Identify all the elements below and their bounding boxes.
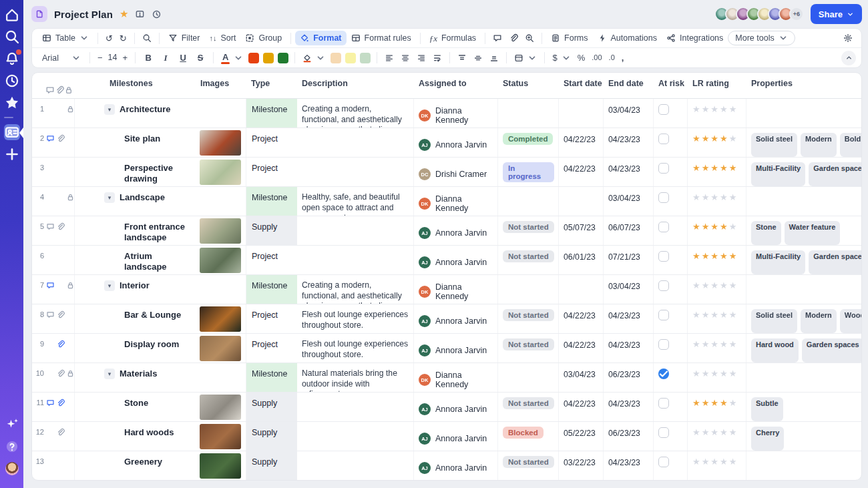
property-tag[interactable]: Garden spaces bbox=[802, 338, 862, 362]
comment-icon[interactable] bbox=[45, 222, 55, 231]
description-cell[interactable]: Flesh out lounge experiences throughout … bbox=[297, 334, 414, 362]
star-icon[interactable]: ★ bbox=[720, 163, 729, 173]
type-cell[interactable]: Supply bbox=[246, 393, 297, 421]
star-icon[interactable]: ★ bbox=[729, 310, 738, 320]
assignee-cell[interactable]: DKDianna Kennedy bbox=[414, 363, 498, 392]
milestone-name-cell[interactable]: Display room bbox=[75, 334, 196, 362]
sidebar-favorites-icon[interactable] bbox=[4, 95, 20, 111]
row-number[interactable]: 4 bbox=[35, 193, 44, 201]
milestone-name-cell[interactable]: ▾Architecture bbox=[75, 99, 196, 128]
row-image-bar-lounge-photo[interactable] bbox=[200, 306, 241, 332]
row-number[interactable]: 13 bbox=[35, 457, 44, 465]
end-date-cell[interactable]: 03/04/23 bbox=[604, 275, 654, 304]
format-rules-button[interactable]: Format rules bbox=[347, 31, 416, 45]
status-badge[interactable]: Not started bbox=[503, 456, 554, 468]
star-icon[interactable]: ★ bbox=[729, 398, 738, 408]
collapse-toggle[interactable]: ▾ bbox=[104, 104, 115, 115]
assignee-cell[interactable]: AJAnnora Jarvin bbox=[414, 451, 498, 480]
properties-cell[interactable] bbox=[746, 187, 862, 216]
milestone-name-cell[interactable]: Atrium landscape bbox=[75, 246, 196, 274]
property-tag[interactable]: Garden spaces bbox=[809, 162, 862, 186]
properties-cell[interactable] bbox=[746, 99, 862, 128]
font-family-select[interactable]: Arial bbox=[37, 51, 85, 65]
column-header-properties[interactable]: Properties bbox=[746, 73, 862, 98]
comment-icon[interactable] bbox=[45, 399, 55, 407]
row-image-hard-woods-planks[interactable] bbox=[200, 424, 241, 449]
row-number[interactable]: 8 bbox=[35, 310, 44, 318]
end-date-cell[interactable]: 06/23/23 bbox=[604, 422, 654, 451]
sidebar-help-icon[interactable] bbox=[4, 439, 20, 455]
row-number[interactable]: 1 bbox=[35, 105, 44, 113]
row-number[interactable]: 5 bbox=[35, 222, 44, 230]
milestone-name-cell[interactable]: Stone bbox=[75, 393, 196, 421]
end-date-cell[interactable]: 04/23/23 bbox=[604, 334, 654, 362]
star-icon[interactable]: ★ bbox=[702, 457, 711, 467]
at-risk-checkbox[interactable] bbox=[658, 369, 669, 379]
status-cell[interactable]: Blocked bbox=[498, 422, 559, 451]
column-header-description[interactable]: Description bbox=[297, 73, 414, 98]
start-date-cell[interactable]: 04/22/23 bbox=[559, 393, 604, 421]
image-cell[interactable] bbox=[196, 304, 246, 333]
star-icon[interactable]: ★ bbox=[720, 457, 729, 467]
status-cell[interactable]: In progress bbox=[498, 158, 559, 186]
sidebar-ai-sparkle-icon[interactable] bbox=[4, 417, 20, 433]
bold-button[interactable]: B bbox=[140, 50, 157, 65]
sidebar-notifications-icon[interactable] bbox=[4, 51, 20, 67]
row-number[interactable]: 2 bbox=[35, 134, 44, 142]
properties-cell[interactable]: Multi-FacilityGarden spaces bbox=[746, 158, 862, 186]
milestone-name-cell[interactable]: Front entrance landscape bbox=[75, 216, 196, 245]
comment-icon[interactable] bbox=[45, 134, 55, 143]
column-header-end-date[interactable]: End date bbox=[604, 73, 654, 98]
row-number[interactable]: 7 bbox=[35, 281, 44, 289]
image-cell[interactable] bbox=[196, 393, 246, 421]
star-icon[interactable]: ★ bbox=[720, 398, 729, 408]
currency-button[interactable]: $ bbox=[549, 51, 574, 65]
start-date-cell[interactable]: 03/04/23 bbox=[559, 363, 604, 392]
star-icon[interactable]: ★ bbox=[720, 369, 729, 379]
assignee-cell[interactable]: AJAnnora Jarvin bbox=[414, 393, 498, 421]
status-badge[interactable]: Not started bbox=[503, 221, 554, 233]
properties-cell[interactable]: Solid steelModernBold bbox=[746, 128, 862, 157]
forms-button[interactable]: Forms bbox=[546, 31, 592, 45]
lr-rating[interactable]: ★★★★★ bbox=[688, 363, 746, 392]
milestone-name-cell[interactable]: Greenery bbox=[75, 451, 196, 480]
attachment-column-icon[interactable] bbox=[55, 85, 64, 95]
milestone-name-cell[interactable]: ▾Materials bbox=[75, 363, 196, 392]
increase-decimal-button[interactable]: .00 bbox=[588, 51, 605, 64]
lr-rating[interactable]: ★★★★★ bbox=[688, 393, 746, 421]
group-button[interactable]: Group bbox=[240, 31, 286, 45]
description-cell[interactable] bbox=[297, 451, 414, 480]
status-badge[interactable]: Not started bbox=[503, 397, 554, 409]
status-cell[interactable]: Not started bbox=[498, 451, 559, 480]
star-icon[interactable]: ★ bbox=[692, 280, 702, 290]
feedback-icon[interactable] bbox=[135, 9, 145, 19]
type-cell[interactable]: Supply bbox=[246, 422, 297, 451]
star-icon[interactable]: ★ bbox=[729, 427, 738, 437]
star-icon[interactable]: ★ bbox=[720, 310, 729, 320]
status-cell[interactable] bbox=[498, 363, 559, 392]
start-date-cell[interactable]: 03/22/23 bbox=[559, 451, 604, 480]
star-icon[interactable]: ★ bbox=[729, 192, 738, 202]
comment-icon[interactable] bbox=[45, 281, 55, 290]
milestone-name-cell[interactable]: Bar & Lounge bbox=[75, 304, 196, 333]
row-number[interactable]: 9 bbox=[35, 340, 44, 348]
image-cell[interactable] bbox=[196, 158, 246, 186]
comma-format-button[interactable]: , bbox=[618, 51, 628, 65]
properties-cell[interactable] bbox=[746, 363, 862, 392]
sidebar-search-icon[interactable] bbox=[4, 29, 20, 45]
lock-column-icon[interactable] bbox=[64, 85, 73, 95]
table-view-button[interactable]: Table bbox=[37, 31, 93, 45]
more-tools-button[interactable]: More tools bbox=[728, 31, 795, 45]
milestone-name-cell[interactable]: Perspective drawing bbox=[75, 158, 196, 186]
star-icon[interactable]: ★ bbox=[692, 398, 702, 408]
image-cell[interactable] bbox=[196, 128, 246, 157]
text-color-swatch[interactable] bbox=[248, 53, 259, 63]
star-icon[interactable]: ★ bbox=[729, 339, 738, 349]
favorite-star-icon[interactable]: ★ bbox=[120, 8, 128, 20]
collapse-toggle[interactable]: ▾ bbox=[104, 280, 115, 291]
star-icon[interactable]: ★ bbox=[710, 457, 720, 467]
star-icon[interactable]: ★ bbox=[692, 369, 702, 379]
align-left-button[interactable] bbox=[381, 51, 397, 65]
status-cell[interactable] bbox=[498, 275, 559, 304]
description-cell[interactable]: Natural materials bring the outdoor insi… bbox=[297, 363, 414, 392]
